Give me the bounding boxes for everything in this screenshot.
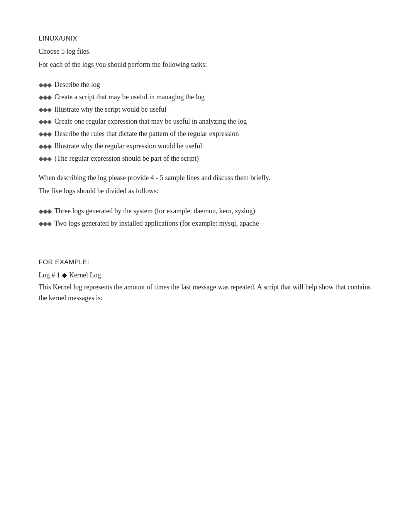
note-line1: When describing the log please provide 4…: [39, 173, 371, 184]
note-line2: The five logs should be divided as follo…: [39, 186, 371, 197]
bullet-diamond-icon-2: ◆◆◆: [39, 93, 51, 102]
bullet-text-2: Create a script that may be useful in ma…: [54, 92, 205, 103]
bullet-text-6: Illustrate why the regular expression wo…: [54, 141, 204, 152]
list-item: ◆◆◆ Describe the rules that dictate the …: [39, 129, 371, 139]
intro-line2: For each of the logs you should perform …: [39, 59, 371, 70]
bullet-text-3: Illustrate why the script would be usefu…: [54, 104, 166, 115]
bullet-diamond-icon-7: ◆◆◆: [39, 154, 51, 164]
for-example-section: FOR EXAMPLE: Log # 1 ◆ Kernel Log This K…: [39, 258, 371, 304]
list-item: ◆◆◆ (The regular expression should be pa…: [39, 153, 371, 164]
bullet-text-9: Two logs generated by installed applicat…: [54, 218, 259, 229]
list-item: ◆◆◆ Three logs generated by the system (…: [39, 206, 371, 217]
bullet-text-1: Describe the log: [54, 80, 100, 90]
list-item: ◆◆◆ Create a script that may be useful i…: [39, 92, 371, 103]
bullet-diamond-icon-9: ◆◆◆: [39, 219, 51, 229]
bullet-text-7: (The regular expression should be part o…: [54, 153, 199, 164]
list-item: ◆◆◆ Illustrate why the regular expressio…: [39, 141, 371, 152]
list-item: ◆◆◆ Two logs generated by installed appl…: [39, 218, 371, 229]
page-container: LINUX/UNIX Choose 5 log files. For each …: [0, 0, 410, 341]
list-item: ◆◆◆ Illustrate why the script would be u…: [39, 104, 371, 115]
bullet-text-8: Three logs generated by the system (for …: [54, 206, 255, 217]
bullet-diamond-icon-8: ◆◆◆: [39, 207, 51, 216]
bullet-text-5: Describe the rules that dictate the patt…: [54, 129, 239, 139]
bullet-diamond-icon-5: ◆◆◆: [39, 129, 51, 139]
section-title: LINUX/UNIX: [39, 35, 371, 42]
log-description: This Kernel log represents the amount of…: [39, 282, 371, 304]
bullet-diamond-icon-3: ◆◆◆: [39, 105, 51, 115]
bullet-text-4: Create one regular expression that may b…: [54, 116, 247, 127]
bullet-diamond-icon-4: ◆◆◆: [39, 117, 51, 127]
list-item: ◆◆◆ Describe the log: [39, 80, 371, 90]
example-header: FOR EXAMPLE:: [39, 258, 371, 266]
list-item: ◆◆◆ Create one regular expression that m…: [39, 116, 371, 127]
bullet-diamond-icon-1: ◆◆◆: [39, 80, 51, 90]
bullet-diamond-icon-6: ◆◆◆: [39, 142, 51, 151]
intro-line1: Choose 5 log files.: [39, 46, 371, 57]
log-title: Log # 1 ◆ Kernel Log: [39, 270, 371, 281]
